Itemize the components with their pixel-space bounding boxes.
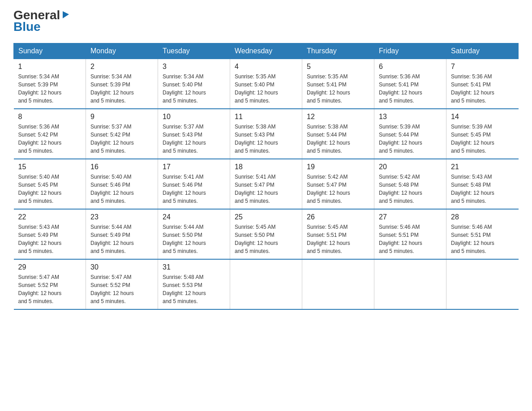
day-cell: 2 Sunrise: 5:34 AM Sunset: 5:39 PM Dayli… xyxy=(86,59,158,109)
logo: General Blue xyxy=(13,9,71,34)
day-cell: 4 Sunrise: 5:35 AM Sunset: 5:40 PM Dayli… xyxy=(230,59,302,109)
day-cell: 13 Sunrise: 5:39 AM Sunset: 5:44 PM Dayl… xyxy=(374,109,446,159)
day-info: Sunrise: 5:40 AM Sunset: 5:45 PM Dayligh… xyxy=(18,173,82,205)
day-info: Sunrise: 5:34 AM Sunset: 5:40 PM Dayligh… xyxy=(163,73,225,105)
day-info: Sunrise: 5:35 AM Sunset: 5:41 PM Dayligh… xyxy=(307,73,369,105)
day-info: Sunrise: 5:36 AM Sunset: 5:42 PM Dayligh… xyxy=(18,123,82,155)
day-info: Sunrise: 5:48 AM Sunset: 5:53 PM Dayligh… xyxy=(163,273,225,305)
day-number: 26 xyxy=(307,213,369,221)
day-info: Sunrise: 5:36 AM Sunset: 5:41 PM Dayligh… xyxy=(451,73,514,105)
day-cell: 20 Sunrise: 5:42 AM Sunset: 5:48 PM Dayl… xyxy=(374,159,446,209)
day-number: 15 xyxy=(18,163,82,171)
header-cell-thursday: Thursday xyxy=(302,43,374,59)
day-info: Sunrise: 5:44 AM Sunset: 5:50 PM Dayligh… xyxy=(163,223,225,255)
day-cell: 17 Sunrise: 5:41 AM Sunset: 5:46 PM Dayl… xyxy=(158,159,230,209)
day-cell: 9 Sunrise: 5:37 AM Sunset: 5:42 PM Dayli… xyxy=(86,109,158,159)
day-number: 29 xyxy=(18,263,82,271)
day-number: 2 xyxy=(90,63,153,71)
header-cell-monday: Monday xyxy=(86,43,158,59)
day-info: Sunrise: 5:45 AM Sunset: 5:50 PM Dayligh… xyxy=(235,223,297,255)
day-cell: 29 Sunrise: 5:47 AM Sunset: 5:52 PM Dayl… xyxy=(14,259,86,309)
day-number: 12 xyxy=(307,113,369,121)
day-info: Sunrise: 5:34 AM Sunset: 5:39 PM Dayligh… xyxy=(18,73,82,105)
day-cell: 14 Sunrise: 5:39 AM Sunset: 5:45 PM Dayl… xyxy=(446,109,519,159)
day-number: 19 xyxy=(307,163,369,171)
day-cell: 21 Sunrise: 5:43 AM Sunset: 5:48 PM Dayl… xyxy=(446,159,519,209)
header-cell-tuesday: Tuesday xyxy=(158,43,230,59)
day-number: 10 xyxy=(163,113,225,121)
day-info: Sunrise: 5:35 AM Sunset: 5:40 PM Dayligh… xyxy=(235,73,297,105)
day-number: 28 xyxy=(451,213,514,221)
calendar-header: SundayMondayTuesdayWednesdayThursdayFrid… xyxy=(14,43,519,59)
day-cell xyxy=(374,259,446,309)
day-number: 24 xyxy=(163,213,225,221)
day-cell: 5 Sunrise: 5:35 AM Sunset: 5:41 PM Dayli… xyxy=(302,59,374,109)
day-info: Sunrise: 5:46 AM Sunset: 5:51 PM Dayligh… xyxy=(379,223,442,255)
day-number: 11 xyxy=(235,113,297,121)
day-number: 27 xyxy=(379,213,442,221)
day-cell: 23 Sunrise: 5:44 AM Sunset: 5:49 PM Dayl… xyxy=(86,209,158,259)
day-number: 22 xyxy=(18,213,82,221)
day-cell: 1 Sunrise: 5:34 AM Sunset: 5:39 PM Dayli… xyxy=(14,59,86,109)
day-number: 25 xyxy=(235,213,297,221)
day-info: Sunrise: 5:39 AM Sunset: 5:44 PM Dayligh… xyxy=(379,123,442,155)
day-number: 13 xyxy=(379,113,442,121)
day-info: Sunrise: 5:42 AM Sunset: 5:48 PM Dayligh… xyxy=(379,173,442,205)
svg-marker-0 xyxy=(63,11,69,18)
day-info: Sunrise: 5:36 AM Sunset: 5:41 PM Dayligh… xyxy=(379,73,442,105)
day-info: Sunrise: 5:45 AM Sunset: 5:51 PM Dayligh… xyxy=(307,223,369,255)
day-cell: 18 Sunrise: 5:41 AM Sunset: 5:47 PM Dayl… xyxy=(230,159,302,209)
day-number: 14 xyxy=(451,113,514,121)
day-number: 23 xyxy=(90,213,153,221)
day-number: 3 xyxy=(163,63,225,71)
day-info: Sunrise: 5:41 AM Sunset: 5:47 PM Dayligh… xyxy=(235,173,297,205)
calendar-body: 1 Sunrise: 5:34 AM Sunset: 5:39 PM Dayli… xyxy=(14,59,519,310)
day-info: Sunrise: 5:38 AM Sunset: 5:44 PM Dayligh… xyxy=(307,123,369,155)
day-cell: 22 Sunrise: 5:43 AM Sunset: 5:49 PM Dayl… xyxy=(14,209,86,259)
day-cell: 12 Sunrise: 5:38 AM Sunset: 5:44 PM Dayl… xyxy=(302,109,374,159)
week-row-2: 8 Sunrise: 5:36 AM Sunset: 5:42 PM Dayli… xyxy=(14,109,519,159)
header-cell-sunday: Sunday xyxy=(14,43,86,59)
day-cell: 7 Sunrise: 5:36 AM Sunset: 5:41 PM Dayli… xyxy=(446,59,519,109)
day-number: 8 xyxy=(18,113,82,121)
day-number: 16 xyxy=(90,163,153,171)
day-cell: 8 Sunrise: 5:36 AM Sunset: 5:42 PM Dayli… xyxy=(14,109,86,159)
day-cell: 11 Sunrise: 5:38 AM Sunset: 5:43 PM Dayl… xyxy=(230,109,302,159)
day-cell: 15 Sunrise: 5:40 AM Sunset: 5:45 PM Dayl… xyxy=(14,159,86,209)
day-info: Sunrise: 5:41 AM Sunset: 5:46 PM Dayligh… xyxy=(163,173,225,205)
day-cell: 28 Sunrise: 5:46 AM Sunset: 5:51 PM Dayl… xyxy=(446,209,519,259)
day-number: 30 xyxy=(90,263,153,271)
day-cell: 27 Sunrise: 5:46 AM Sunset: 5:51 PM Dayl… xyxy=(374,209,446,259)
day-info: Sunrise: 5:37 AM Sunset: 5:42 PM Dayligh… xyxy=(90,123,153,155)
day-info: Sunrise: 5:47 AM Sunset: 5:52 PM Dayligh… xyxy=(90,273,153,305)
day-number: 4 xyxy=(235,63,297,71)
header-row: SundayMondayTuesdayWednesdayThursdayFrid… xyxy=(14,43,519,59)
day-cell xyxy=(230,259,302,309)
day-cell: 3 Sunrise: 5:34 AM Sunset: 5:40 PM Dayli… xyxy=(158,59,230,109)
day-cell: 30 Sunrise: 5:47 AM Sunset: 5:52 PM Dayl… xyxy=(86,259,158,309)
page-header: General Blue xyxy=(13,9,519,34)
day-info: Sunrise: 5:47 AM Sunset: 5:52 PM Dayligh… xyxy=(18,273,82,305)
day-info: Sunrise: 5:39 AM Sunset: 5:45 PM Dayligh… xyxy=(451,123,514,155)
day-number: 17 xyxy=(163,163,225,171)
day-number: 5 xyxy=(307,63,369,71)
day-cell: 10 Sunrise: 5:37 AM Sunset: 5:43 PM Dayl… xyxy=(158,109,230,159)
calendar-table: SundayMondayTuesdayWednesdayThursdayFrid… xyxy=(13,43,519,310)
week-row-3: 15 Sunrise: 5:40 AM Sunset: 5:45 PM Dayl… xyxy=(14,159,519,209)
day-number: 9 xyxy=(90,113,153,121)
day-number: 6 xyxy=(379,63,442,71)
day-cell: 26 Sunrise: 5:45 AM Sunset: 5:51 PM Dayl… xyxy=(302,209,374,259)
header-cell-saturday: Saturday xyxy=(446,43,519,59)
day-info: Sunrise: 5:34 AM Sunset: 5:39 PM Dayligh… xyxy=(90,73,153,105)
day-info: Sunrise: 5:38 AM Sunset: 5:43 PM Dayligh… xyxy=(235,123,297,155)
logo-blue-text: Blue xyxy=(13,20,41,34)
header-cell-friday: Friday xyxy=(374,43,446,59)
header-cell-wednesday: Wednesday xyxy=(230,43,302,59)
day-cell: 16 Sunrise: 5:40 AM Sunset: 5:46 PM Dayl… xyxy=(86,159,158,209)
day-info: Sunrise: 5:42 AM Sunset: 5:47 PM Dayligh… xyxy=(307,173,369,205)
day-cell: 19 Sunrise: 5:42 AM Sunset: 5:47 PM Dayl… xyxy=(302,159,374,209)
day-info: Sunrise: 5:37 AM Sunset: 5:43 PM Dayligh… xyxy=(163,123,225,155)
day-number: 18 xyxy=(235,163,297,171)
day-info: Sunrise: 5:43 AM Sunset: 5:48 PM Dayligh… xyxy=(451,173,514,205)
day-info: Sunrise: 5:40 AM Sunset: 5:46 PM Dayligh… xyxy=(90,173,153,205)
